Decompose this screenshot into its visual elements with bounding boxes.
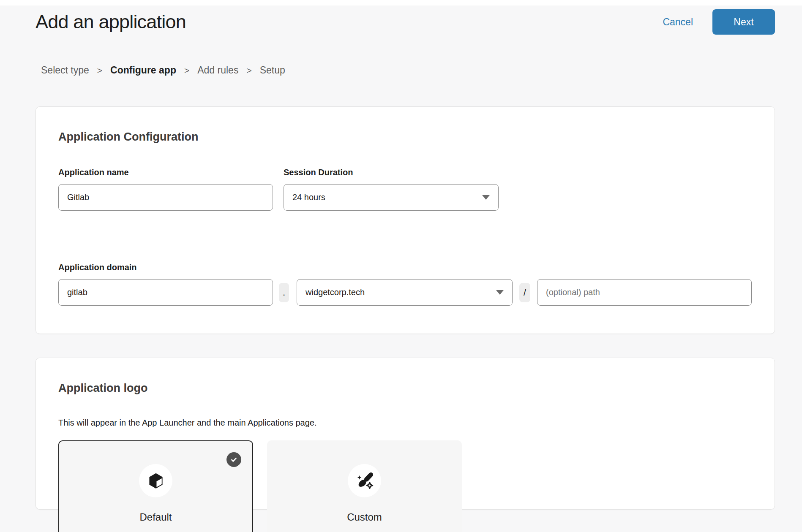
application-name-field: Application name <box>58 166 273 211</box>
breadcrumb-step-setup[interactable]: Setup <box>260 65 285 76</box>
page-header: Add an application Cancel Next <box>35 9 775 35</box>
path-input[interactable] <box>537 279 752 306</box>
cancel-button[interactable]: Cancel <box>663 16 693 28</box>
top-nav-remnant <box>0 0 802 5</box>
logo-option-custom[interactable]: Custom <box>267 440 462 532</box>
application-logo-description: This will appear in the App Launcher and… <box>58 417 752 428</box>
domain-select-value: widgetcorp.tech <box>306 288 365 297</box>
chevron-down-icon <box>496 290 504 295</box>
logo-option-label: Default <box>139 511 172 523</box>
logo-option-label: Custom <box>347 511 382 523</box>
application-logo-heading: Application logo <box>58 382 752 395</box>
session-duration-value: 24 hours <box>292 193 325 202</box>
breadcrumb: Select type > Configure app > Add rules … <box>41 65 775 76</box>
default-logo-circle <box>139 464 172 497</box>
custom-logo-circle <box>348 464 381 497</box>
application-configuration-card: Application Configuration Application na… <box>35 106 775 334</box>
subdomain-input[interactable] <box>58 279 273 306</box>
application-logo-card: Application logo This will appear in the… <box>35 358 775 510</box>
application-name-input[interactable] <box>58 184 273 211</box>
name-session-row: Application name Session Duration 24 hou… <box>58 166 752 211</box>
breadcrumb-separator: > <box>246 65 251 76</box>
session-duration-select[interactable]: 24 hours <box>284 184 499 211</box>
paintbrush-icon <box>354 470 376 492</box>
slash-separator: / <box>519 283 530 302</box>
application-domain-row: . widgetcorp.tech / <box>58 279 752 306</box>
page-title: Add an application <box>35 11 186 33</box>
dot-separator: . <box>279 283 289 302</box>
session-duration-label: Session Duration <box>284 166 499 178</box>
next-button[interactable]: Next <box>712 9 775 35</box>
breadcrumb-step-configure-app[interactable]: Configure app <box>110 65 176 76</box>
application-domain-label: Application domain <box>58 261 752 273</box>
domain-select[interactable]: widgetcorp.tech <box>297 279 513 306</box>
check-icon <box>226 452 241 467</box>
session-duration-field: Session Duration 24 hours <box>284 166 499 211</box>
add-application-page: Add an application Cancel Next Select ty… <box>0 9 802 510</box>
breadcrumb-step-add-rules[interactable]: Add rules <box>197 65 238 76</box>
breadcrumb-step-select-type[interactable]: Select type <box>41 65 89 76</box>
breadcrumb-separator: > <box>97 65 102 76</box>
logo-option-default[interactable]: Default <box>58 440 253 532</box>
application-name-label: Application name <box>58 166 273 178</box>
application-configuration-heading: Application Configuration <box>58 130 752 144</box>
header-actions: Cancel Next <box>663 9 775 35</box>
logo-option-tiles: Default Custom <box>58 440 752 532</box>
cube-icon <box>147 472 165 490</box>
chevron-down-icon <box>482 195 490 200</box>
breadcrumb-separator: > <box>184 65 189 76</box>
